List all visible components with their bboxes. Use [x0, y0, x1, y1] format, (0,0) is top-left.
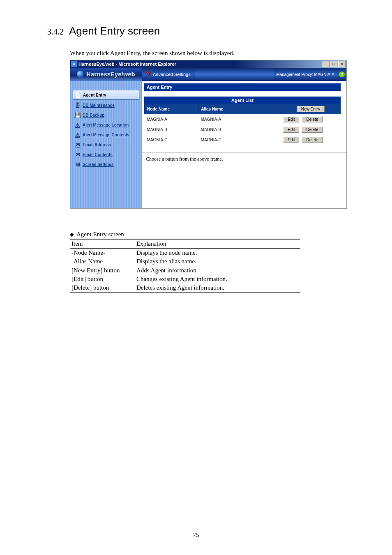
- header-spacer: [195, 68, 274, 81]
- table-row: MAGNIA-AMAGNIA-AEditDelete: [145, 114, 341, 125]
- new-entry-button[interactable]: New Entry: [297, 106, 325, 112]
- explain-item: [New Entry] button: [70, 266, 135, 275]
- sidebar-item-icon: 🗄: [74, 101, 82, 109]
- explain-item: [Edit] button: [70, 275, 135, 283]
- cell-actions: EditDelete: [281, 124, 340, 135]
- section-heading: 3.4.2 Agent Entry screen: [47, 25, 347, 37]
- explain-explanation: Displays the node name.: [135, 249, 300, 258]
- edit-button[interactable]: Edit: [283, 137, 299, 143]
- intro-text: When you click Agent Entry, the screen s…: [70, 50, 347, 57]
- explain-row: [Delete] buttonDeletes existing Agent in…: [70, 283, 300, 292]
- explain-header-item: Item: [70, 239, 135, 249]
- delete-button[interactable]: Delete: [302, 116, 323, 122]
- advanced-settings-menu[interactable]: Advanced Settings: [142, 68, 195, 81]
- sidebar-item-icon: 📄: [74, 91, 82, 99]
- brand-text: HarnessEye/web: [87, 71, 135, 78]
- explain-caption: ◆Agent Entry screen: [70, 231, 347, 238]
- col-alias-name: Alias Name: [198, 104, 281, 114]
- cell-alias-name: MAGNIA-B: [198, 124, 281, 135]
- sidebar: 📄Agent Entry🗄DB Maintenance💾DB Backup⚠Al…: [70, 81, 142, 208]
- explain-item: [Delete] button: [70, 283, 135, 292]
- sidebar-item-email-address[interactable]: ✉Email Address: [73, 140, 139, 149]
- minimize-button[interactable]: _: [322, 61, 329, 67]
- diamond-icon: ◆: [70, 231, 74, 237]
- maximize-button[interactable]: □: [330, 61, 337, 67]
- ie-icon: e: [71, 61, 77, 67]
- content-hint: Choose a button from the above frame.: [142, 152, 346, 208]
- delete-button[interactable]: Delete: [302, 127, 323, 133]
- section-number: 3.4.2: [47, 27, 64, 36]
- sidebar-item-icon: ✉: [74, 151, 82, 158]
- sidebar-item-label: Email Contents: [83, 152, 113, 157]
- help-icon: ?: [339, 71, 345, 77]
- sidebar-item-icon: ⚠: [74, 121, 82, 129]
- cell-node-name: MAGNIA-B: [145, 124, 198, 135]
- help-button[interactable]: ?: [337, 68, 346, 81]
- sidebar-item-icon: 💾: [74, 111, 82, 119]
- window-title: HarnessEye/web - Microsoft Internet Expl…: [78, 62, 321, 67]
- explain-item: -Alias Name-: [70, 257, 135, 266]
- sidebar-item-label: Screen Settings: [83, 162, 114, 167]
- cell-alias-name: MAGNIA-A: [198, 114, 281, 125]
- cell-node-name: MAGNIA-C: [145, 135, 198, 145]
- sidebar-item-label: Alert Message Contents: [83, 133, 129, 137]
- edit-button[interactable]: Edit: [283, 116, 299, 122]
- panel-title: Agent Entry: [144, 83, 341, 91]
- content-area: Agent Entry Agent List Node Name Alias N…: [142, 81, 346, 208]
- explain-row: [New Entry] buttonAdds Agent information…: [70, 266, 300, 275]
- section-title: Agent Entry screen: [69, 25, 160, 37]
- cell-alias-name: MAGNIA-C: [198, 135, 281, 145]
- browser-window: e HarnessEye/web - Microsoft Internet Ex…: [70, 60, 347, 209]
- explain-explanation: Displays the alias name.: [135, 257, 300, 266]
- cell-actions: EditDelete: [281, 114, 340, 125]
- app-brand: HarnessEye/web: [70, 68, 142, 81]
- table-row: MAGNIA-BMAGNIA-BEditDelete: [145, 124, 341, 135]
- sidebar-item-icon: 🖥: [74, 161, 82, 168]
- management-proxy-label: Management Proxy: MAGNIA-A: [274, 68, 337, 81]
- agent-list-title: Agent List: [144, 97, 341, 104]
- sidebar-item-icon: ✉: [74, 141, 82, 148]
- explain-row: -Node Name-Displays the node name.: [70, 249, 300, 258]
- explain-header-explanation: Explanation: [135, 239, 300, 249]
- sidebar-item-label: Alert Message Location: [83, 123, 129, 127]
- table-row: MAGNIA-CMAGNIA-CEditDelete: [145, 135, 341, 145]
- explain-row: -Alias Name-Displays the alias name.: [70, 257, 300, 266]
- explain-item: -Node Name-: [70, 249, 135, 258]
- close-button[interactable]: ✕: [338, 61, 346, 67]
- sidebar-item-db-backup[interactable]: 💾DB Backup: [73, 111, 139, 120]
- cell-actions: EditDelete: [281, 135, 340, 145]
- page-number: 75: [0, 532, 392, 539]
- explain-table: Item Explanation -Node Name-Displays the…: [70, 239, 300, 292]
- sidebar-item-label: DB Backup: [83, 113, 104, 117]
- wrench-icon: [145, 71, 151, 78]
- cell-node-name: MAGNIA-A: [145, 114, 198, 125]
- sidebar-item-alert-message-location[interactable]: ⚠Alert Message Location: [73, 120, 139, 129]
- explain-explanation: Deletes existing Agent information.: [135, 283, 300, 292]
- sidebar-item-screen-settings[interactable]: 🖥Screen Settings: [73, 160, 139, 169]
- sidebar-item-alert-message-contents[interactable]: ⚠Alert Message Contents: [73, 130, 139, 139]
- window-titlebar: e HarnessEye/web - Microsoft Internet Ex…: [70, 60, 346, 68]
- explain-explanation: Changes existing Agent information.: [135, 275, 300, 283]
- sidebar-item-agent-entry[interactable]: 📄Agent Entry: [73, 90, 139, 100]
- sidebar-item-email-contents[interactable]: ✉Email Contents: [73, 150, 139, 159]
- sidebar-item-label: DB Maintenance: [83, 103, 115, 108]
- advanced-settings-label: Advanced Settings: [153, 72, 191, 77]
- explain-explanation: Adds Agent information.: [135, 266, 300, 275]
- globe-icon: [77, 71, 84, 78]
- sidebar-item-label: Agent Entry: [83, 93, 106, 97]
- sidebar-item-db-maintenance[interactable]: 🗄DB Maintenance: [73, 101, 139, 110]
- app-header: HarnessEye/web Advanced Settings Managem…: [70, 68, 346, 81]
- sidebar-item-icon: ⚠: [74, 131, 82, 138]
- delete-button[interactable]: Delete: [302, 137, 323, 143]
- agent-list-table: Node Name Alias Name New Entry MAGNIA-AM…: [144, 104, 341, 145]
- explain-row: [Edit] buttonChanges existing Agent info…: [70, 275, 300, 283]
- edit-button[interactable]: Edit: [283, 127, 299, 133]
- explain-caption-text: Agent Entry screen: [76, 231, 124, 237]
- col-node-name: Node Name: [145, 104, 198, 114]
- sidebar-item-label: Email Address: [83, 143, 111, 147]
